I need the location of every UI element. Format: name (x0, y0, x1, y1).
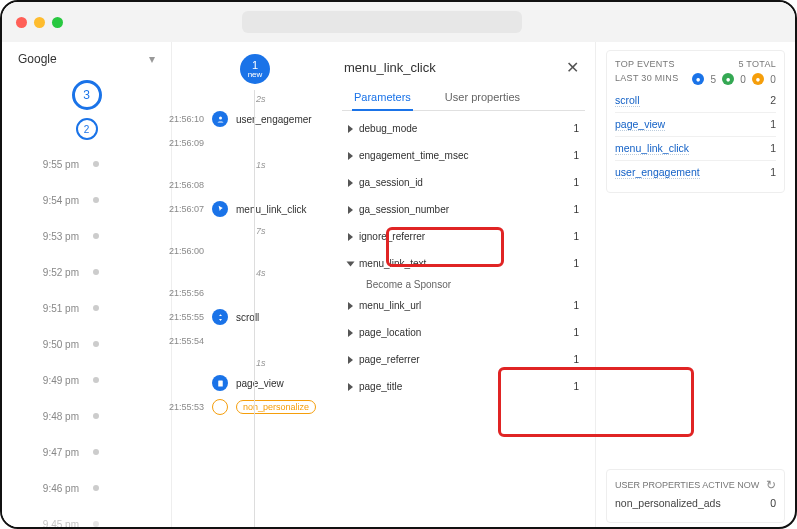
param-row[interactable]: page_location1 (344, 319, 583, 346)
stream-node[interactable]: 1 new (240, 54, 270, 84)
param-row[interactable]: ga_session_id1 (344, 169, 583, 196)
time-tick: 9:50 pm (12, 326, 161, 362)
top-event-row[interactable]: scroll2 (615, 89, 776, 113)
window-zoom-icon[interactable] (52, 17, 63, 28)
param-row[interactable]: ga_session_number1 (344, 196, 583, 223)
top-events-section: TOP EVENTS 5 TOTAL LAST 30 MINS ●5 ●0 ●0… (606, 50, 785, 193)
stream-ts-row: 21:56:08 (212, 174, 342, 196)
stream-event-name: page_view (236, 378, 284, 389)
click-icon (212, 201, 228, 217)
account-name: Google (18, 52, 57, 66)
time-tick: 9:47 pm (12, 434, 161, 470)
stream-ts-row: 21:56:09 (212, 132, 342, 154)
stream-delta: 1s (256, 358, 266, 368)
last-30-label: LAST 30 MINS (615, 73, 678, 85)
stream-event-scroll[interactable]: 21:55:55 scroll (212, 306, 342, 328)
personalization-pill: non_personalize (236, 400, 316, 414)
time-ticks: 9:55 pm 9:54 pm 9:53 pm 9:52 pm 9:51 pm … (12, 146, 161, 529)
user-property-name: non_personalized_ads (615, 497, 721, 509)
tab-user-properties[interactable]: User properties (443, 85, 522, 110)
stream-ts: 21:55:55 (164, 312, 204, 322)
right-panel: TOP EVENTS 5 TOTAL LAST 30 MINS ●5 ●0 ●0… (595, 42, 795, 529)
account-selector[interactable]: Google ▾ (12, 48, 161, 70)
titlebar (2, 2, 795, 42)
left-column: Google ▾ 3 2 9:55 pm 9:54 pm 9:53 pm 9:5… (2, 42, 172, 529)
event-badges: ●5 ●0 ●0 (692, 73, 776, 85)
user-properties-label: USER PROPERTIES ACTIVE NOW (615, 480, 759, 490)
close-icon[interactable]: ✕ (566, 58, 579, 77)
event-detail-panel: menu_link_click ✕ Parameters User proper… (342, 54, 595, 529)
stream-node-sub: new (248, 71, 263, 79)
conversion-badge-icon: ● (722, 73, 734, 85)
triangle-right-icon (348, 302, 353, 310)
param-row[interactable]: engagement_time_msec1 (344, 142, 583, 169)
user-property-count: 0 (770, 497, 776, 509)
total-label: 5 TOTAL (738, 59, 776, 69)
stream-delta: 2s (256, 94, 266, 104)
history-icon[interactable]: ↻ (766, 478, 776, 492)
svg-point-0 (219, 116, 222, 119)
svg-rect-1 (218, 380, 223, 386)
stream-event-menu-link-click[interactable]: 21:56:07 menu_link_click (212, 198, 342, 220)
chevron-down-icon: ▾ (149, 52, 155, 66)
triangle-down-icon (347, 261, 355, 266)
triangle-right-icon (348, 329, 353, 337)
triangle-right-icon (348, 356, 353, 364)
param-row[interactable]: page_referrer1 (344, 346, 583, 373)
top-event-row[interactable]: user_engagement1 (615, 161, 776, 184)
stream-ts: 21:56:10 (164, 114, 204, 124)
time-tick: 9:46 pm (12, 470, 161, 506)
window-minimize-icon[interactable] (34, 17, 45, 28)
event-stream: 1 new 2s 21:56:10 user_engagemer 21:56:0… (172, 54, 342, 529)
triangle-right-icon (348, 383, 353, 391)
param-row[interactable]: page_title1 (344, 373, 583, 400)
bubble-large[interactable]: 3 (72, 80, 102, 110)
time-tick: 9:52 pm (12, 254, 161, 290)
time-tick: 9:51 pm (12, 290, 161, 326)
time-tick: 9:48 pm (12, 398, 161, 434)
detail-tabs: Parameters User properties (342, 85, 585, 111)
param-value: Become a Sponsor (344, 277, 583, 292)
param-row[interactable]: debug_mode1 (344, 115, 583, 142)
stream-event-page-view[interactable]: page_view (212, 372, 342, 394)
url-bar[interactable] (242, 11, 522, 33)
stream-delta: 1s (256, 160, 266, 170)
top-event-row[interactable]: page_view1 (615, 113, 776, 137)
stream-delta: 7s (256, 226, 266, 236)
triangle-right-icon (348, 152, 353, 160)
top-events-label: TOP EVENTS (615, 59, 675, 69)
stream-ts-row: 21:56:00 (212, 240, 342, 262)
stream-pill-row[interactable]: 21:55:53 non_personalize (212, 396, 342, 418)
tab-parameters[interactable]: Parameters (352, 85, 413, 111)
page-icon (212, 375, 228, 391)
time-tick: 9:49 pm (12, 362, 161, 398)
triangle-right-icon (348, 179, 353, 187)
stream-line (254, 90, 255, 529)
stream-event[interactable]: 21:56:10 user_engagemer (212, 108, 342, 130)
error-badge-icon: ● (752, 73, 764, 85)
triangle-right-icon (348, 233, 353, 241)
time-tick: 9:53 pm (12, 218, 161, 254)
stream-event-name: scroll (236, 312, 259, 323)
app-window: Google ▾ 3 2 9:55 pm 9:54 pm 9:53 pm 9:5… (0, 0, 797, 529)
top-event-row[interactable]: menu_link_click1 (615, 137, 776, 161)
param-row[interactable]: ignore_referrer1 (344, 223, 583, 250)
stream-event-name: user_engagemer (236, 114, 312, 125)
time-tick: 9.45 pm (12, 506, 161, 529)
person-badge-icon: ● (692, 73, 704, 85)
time-tick: 9:54 pm (12, 182, 161, 218)
center-panel: 1 new 2s 21:56:10 user_engagemer 21:56:0… (172, 42, 595, 529)
stream-event-name: menu_link_click (236, 204, 307, 215)
param-row[interactable]: menu_link_url1 (344, 292, 583, 319)
stream-delta: 4s (256, 268, 266, 278)
user-bubbles: 3 2 (12, 80, 161, 140)
user-icon (212, 111, 228, 127)
time-tick: 9:55 pm (12, 146, 161, 182)
stream-ts: 21:55:53 (164, 402, 204, 412)
triangle-right-icon (348, 125, 353, 133)
user-property-row[interactable]: non_personalized_ads 0 (615, 492, 776, 514)
parameter-list: debug_mode1 engagement_time_msec1 ga_ses… (342, 111, 585, 404)
param-row-expanded[interactable]: menu_link_text1 (344, 250, 583, 277)
window-close-icon[interactable] (16, 17, 27, 28)
bubble-small[interactable]: 2 (76, 118, 98, 140)
